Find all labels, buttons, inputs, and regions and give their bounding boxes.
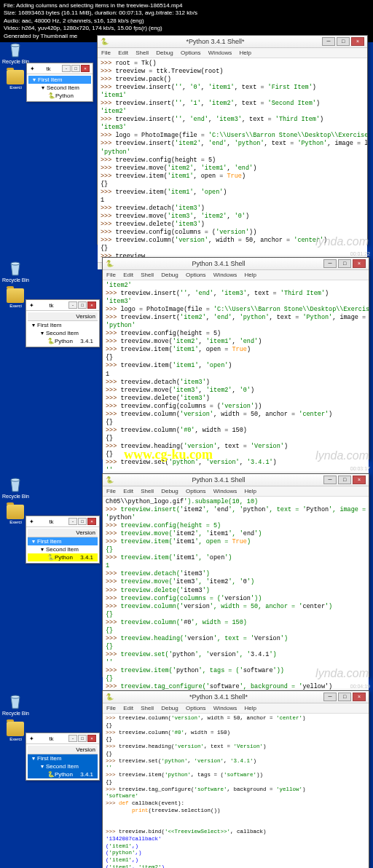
max-btn[interactable]: □ bbox=[78, 518, 87, 525]
tree-header[interactable]: Version bbox=[28, 529, 98, 537]
menu-options[interactable]: Options bbox=[186, 488, 206, 494]
tk-titlebar[interactable]: ✦ tk - □ × bbox=[26, 733, 99, 744]
menu-windows[interactable]: Windows bbox=[213, 488, 237, 494]
menu-edit[interactable]: Edit bbox=[123, 272, 133, 278]
cg-ku-watermark: www.cg-ku.com bbox=[124, 447, 213, 462]
tk-logo: ✦ bbox=[29, 735, 34, 742]
menu-shell[interactable]: Shell bbox=[141, 705, 154, 711]
menu-windows[interactable]: Windows bbox=[213, 272, 237, 278]
menu-file[interactable]: File bbox=[106, 272, 116, 278]
menu-options[interactable]: Options bbox=[181, 50, 201, 56]
max-button[interactable]: □ bbox=[338, 693, 351, 701]
menu-debug[interactable]: Debug bbox=[161, 705, 178, 711]
recycle-bin-icon[interactable]: Recycle Bin bbox=[2, 693, 29, 716]
tk-logo: ✦ bbox=[30, 66, 35, 72]
tk-window-3: ✦ tk - □ × Version ▾First Item ▾Second I… bbox=[25, 516, 100, 564]
tree-item-python[interactable]: 🐍 Python3.4.1 bbox=[28, 337, 98, 345]
close-btn[interactable]: × bbox=[87, 518, 96, 525]
min-btn[interactable]: - bbox=[68, 518, 77, 525]
watermark: lynda.com bbox=[315, 667, 369, 680]
menu-shell[interactable]: Shell bbox=[136, 50, 149, 56]
max-btn[interactable]: □ bbox=[78, 301, 87, 309]
tree-item-first[interactable]: ▾First Item bbox=[28, 76, 91, 84]
menu-file[interactable]: File bbox=[106, 705, 116, 711]
python-icon: 🐍 bbox=[106, 260, 114, 267]
recycle-bin-icon[interactable]: Recycle Bin bbox=[2, 476, 29, 499]
menu-debug[interactable]: Debug bbox=[161, 488, 178, 494]
shell-titlebar[interactable]: 🐍 Python 3.4.1 Shell ─ □ × bbox=[103, 258, 369, 270]
min-button[interactable]: ─ bbox=[322, 37, 335, 46]
python-shell-3: 🐍 Python 3.4.1 Shell ─ □ × File Edit She… bbox=[102, 473, 369, 677]
max-button[interactable]: □ bbox=[338, 476, 351, 484]
recycle-bin-icon[interactable]: Recycle Bin bbox=[2, 259, 29, 283]
menu-help[interactable]: Help bbox=[240, 50, 251, 56]
tree-item-second[interactable]: ▾Second Item bbox=[28, 545, 98, 553]
tk-titlebar[interactable]: ✦ tk - □ × bbox=[26, 300, 99, 311]
min-button[interactable]: ─ bbox=[323, 476, 337, 484]
close-btn[interactable]: × bbox=[87, 735, 96, 742]
tree-item-second[interactable]: ▾Second Item bbox=[28, 84, 91, 92]
shell-titlebar[interactable]: 🐍 Python 3.4.1 Shell ─ □ × bbox=[103, 474, 369, 486]
max-btn[interactable]: □ bbox=[71, 65, 80, 72]
tree-header[interactable]: Version bbox=[28, 746, 98, 754]
menu-shell[interactable]: Shell bbox=[141, 488, 154, 494]
menu-windows[interactable]: Windows bbox=[208, 50, 232, 56]
shell-content[interactable]: >>> treeview.column('version', width = 5… bbox=[103, 714, 369, 868]
tk-titlebar[interactable]: ✦ tk - □ × bbox=[27, 63, 93, 74]
menu-file[interactable]: File bbox=[106, 488, 116, 494]
python-shell-4: 🐍 *Python 3.4.1 Shell* ─ □ × File Edit S… bbox=[102, 690, 369, 868]
svg-point-1 bbox=[11, 262, 20, 265]
min-btn[interactable]: - bbox=[62, 65, 71, 72]
folder-icon[interactable]: Exerci bbox=[2, 70, 29, 90]
watermark: lynda.com bbox=[315, 449, 369, 462]
tk-titlebar[interactable]: ✦ tk - □ × bbox=[26, 516, 99, 527]
menu-help[interactable]: Help bbox=[245, 705, 256, 711]
menu-help[interactable]: Help bbox=[245, 488, 256, 494]
shell-menu: File Edit Shell Debug Options Windows He… bbox=[103, 486, 369, 497]
min-btn[interactable]: - bbox=[68, 301, 77, 309]
python-shell-2: 🐍 Python 3.4.1 Shell ─ □ × File Edit She… bbox=[102, 257, 369, 459]
tree-item-second[interactable]: ▾Second Item bbox=[28, 762, 98, 770]
shell-titlebar[interactable]: 🐍 *Python 3.4.1 Shell* ─ □ × bbox=[103, 691, 369, 703]
menu-edit[interactable]: Edit bbox=[123, 705, 133, 711]
menu-file[interactable]: File bbox=[101, 50, 111, 56]
close-btn[interactable]: × bbox=[87, 301, 96, 309]
menu-help[interactable]: Help bbox=[245, 272, 256, 278]
menu-windows[interactable]: Windows bbox=[213, 705, 237, 711]
shell-titlebar[interactable]: 🐍 *Python 3.4.1 Shell* ─ □ × bbox=[98, 36, 367, 48]
recycle-bin-icon[interactable]: Recycle Bin bbox=[2, 41, 29, 64]
shell-menu: File Edit Shell Debug Options Windows He… bbox=[103, 703, 369, 714]
tk-window-4: ✦ tk - □ × Version ▾First Item ▾Second I… bbox=[25, 733, 100, 781]
menu-debug[interactable]: Debug bbox=[156, 50, 173, 56]
menu-options[interactable]: Options bbox=[186, 272, 206, 278]
close-button[interactable]: × bbox=[353, 693, 366, 701]
timestamp: 00:01:22 bbox=[350, 251, 370, 256]
menu-debug[interactable]: Debug bbox=[161, 272, 178, 278]
tk-window-1: ✦ tk - □ × ▾First Item ▾Second Item 🐍 Py… bbox=[26, 63, 93, 102]
tree-item-first[interactable]: ▾First Item bbox=[28, 321, 98, 329]
close-btn[interactable]: × bbox=[81, 65, 90, 72]
tree-item-python[interactable]: 🐍 Python bbox=[28, 92, 91, 100]
min-btn[interactable]: - bbox=[68, 735, 77, 742]
menu-edit[interactable]: Edit bbox=[123, 488, 133, 494]
close-button[interactable]: × bbox=[353, 259, 366, 268]
max-button[interactable]: □ bbox=[338, 259, 351, 268]
min-button[interactable]: ─ bbox=[323, 693, 337, 701]
menu-options[interactable]: Options bbox=[186, 705, 206, 711]
svg-point-0 bbox=[11, 44, 20, 47]
tree-item-python[interactable]: 🐍 Python3.4.1 bbox=[28, 770, 98, 778]
menu-shell[interactable]: Shell bbox=[141, 272, 154, 278]
python-icon: 🐍 bbox=[106, 476, 114, 484]
close-button[interactable]: × bbox=[351, 37, 364, 46]
tree-header[interactable]: Version bbox=[28, 312, 98, 321]
shell-content[interactable]: >>> root = Tk() >>> treeview = ttk.Treev… bbox=[98, 58, 367, 262]
tree-item-python[interactable]: 🐍 Python3.4.1 bbox=[28, 553, 98, 561]
tree-item-first[interactable]: ▾First Item bbox=[28, 537, 98, 545]
close-button[interactable]: × bbox=[353, 476, 366, 484]
min-button[interactable]: ─ bbox=[323, 259, 337, 268]
max-btn[interactable]: □ bbox=[78, 735, 87, 742]
max-button[interactable]: □ bbox=[337, 37, 350, 46]
tree-item-first[interactable]: ▾First Item bbox=[28, 754, 98, 762]
tree-item-second[interactable]: ▾Second Item bbox=[28, 329, 98, 337]
menu-edit[interactable]: Edit bbox=[118, 50, 128, 56]
